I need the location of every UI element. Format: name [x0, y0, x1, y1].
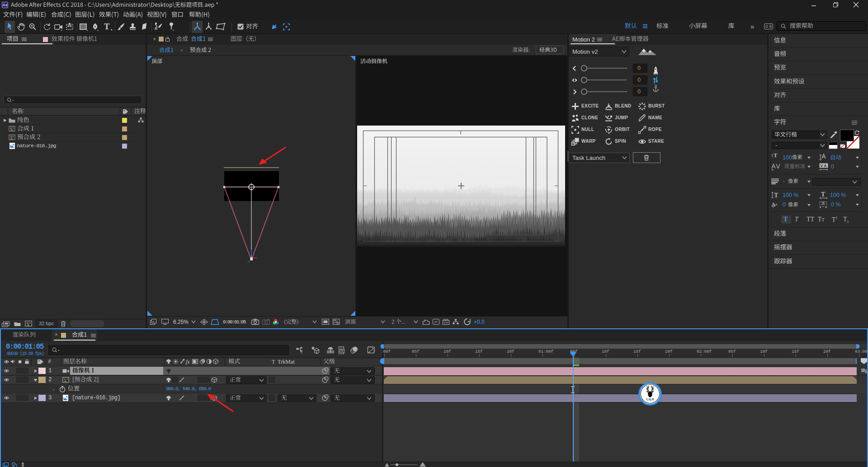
- svg-text:T: T: [774, 192, 778, 199]
- svg-text:T: T: [821, 191, 826, 198]
- svg-text:a: a: [775, 202, 777, 206]
- svg-text:V A: V A: [821, 163, 827, 168]
